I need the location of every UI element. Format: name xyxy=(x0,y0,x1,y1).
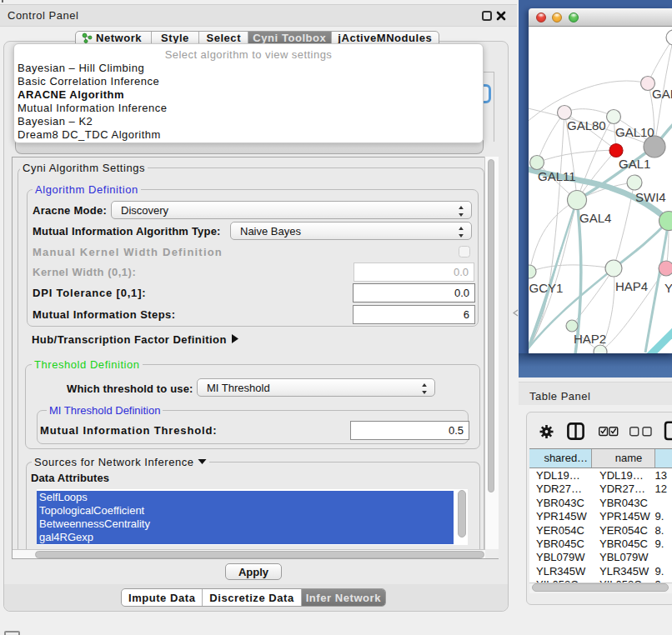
svg-text:HAP2: HAP2 xyxy=(574,332,606,346)
svg-text:GAL1: GAL1 xyxy=(619,157,650,171)
svg-text:HAP4: HAP4 xyxy=(615,279,648,293)
svg-text:GAL4: GAL4 xyxy=(579,211,611,225)
svg-text:YJ: YJ xyxy=(664,281,672,295)
svg-text:GAL7: GAL7 xyxy=(652,87,672,101)
svg-text:GCY1: GCY1 xyxy=(529,281,563,295)
svg-text:GAL10: GAL10 xyxy=(615,125,654,139)
svg-text:GAL80: GAL80 xyxy=(567,118,606,132)
svg-text:SWI4: SWI4 xyxy=(635,190,666,204)
svg-text:GAL11: GAL11 xyxy=(538,169,576,183)
